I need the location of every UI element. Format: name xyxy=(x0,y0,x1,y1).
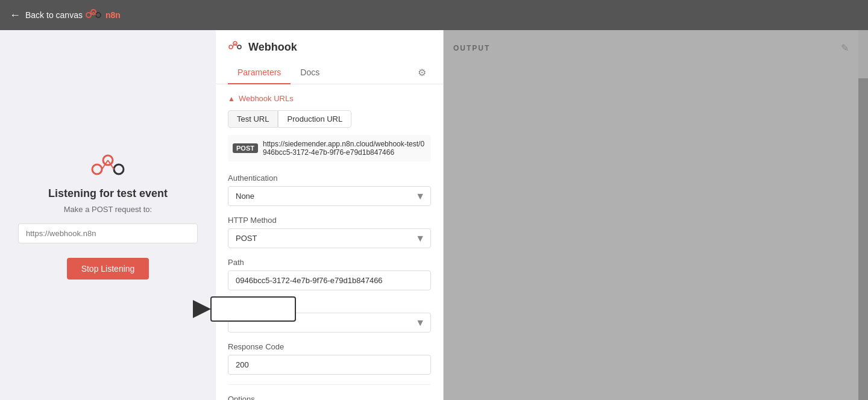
section-divider xyxy=(228,384,431,385)
svg-point-5 xyxy=(92,164,102,174)
options-title: Options xyxy=(228,395,431,400)
respond-select-wrapper: ▼ xyxy=(228,313,431,333)
http-method-label: HTTP Method xyxy=(228,216,431,225)
svg-point-0 xyxy=(86,13,91,17)
panel-content: ▲ Webhook URLs Test URL Production URL P… xyxy=(216,84,443,400)
webhook-urls-title: Webhook URLs xyxy=(239,94,294,103)
edit-icon-button[interactable]: ✎ xyxy=(841,42,849,54)
svg-point-7 xyxy=(114,164,124,174)
main-panel: Webhook Parameters Docs ⚙ ▲ Webhook URLs… xyxy=(216,30,444,400)
n8n-logo: n8n xyxy=(85,9,121,21)
settings-icon-button[interactable]: ⚙ xyxy=(413,62,431,83)
respond-field: Respond ▼ xyxy=(228,300,431,333)
back-arrow-icon: ← xyxy=(10,9,20,22)
left-panel: Listening for test event Make a POST req… xyxy=(0,30,216,400)
path-label: Path xyxy=(228,258,431,267)
panel-header: Webhook xyxy=(216,30,443,54)
output-header: OUTPUT ✎ xyxy=(444,30,858,66)
svg-point-2 xyxy=(96,13,101,17)
panel-title: Webhook xyxy=(248,41,297,54)
tab-parameters[interactable]: Parameters xyxy=(228,61,291,84)
test-url-tab[interactable]: Test URL xyxy=(228,110,278,128)
options-section: Options No properties xyxy=(228,395,431,400)
path-field: Path xyxy=(228,258,431,290)
listening-title: Listening for test event xyxy=(48,187,168,200)
post-badge: POST xyxy=(233,143,258,153)
listening-subtitle: Make a POST request to: xyxy=(64,205,152,214)
respond-select[interactable] xyxy=(228,313,431,333)
webhook-urls-section-header: ▲ Webhook URLs xyxy=(228,94,431,103)
webhook-url-text: https://siedemender.app.n8n.cloud/webhoo… xyxy=(263,140,426,157)
http-method-select[interactable]: POST xyxy=(228,228,431,248)
url-tabs: Test URL Production URL xyxy=(228,110,431,128)
response-code-field: Response Code xyxy=(228,342,431,375)
authentication-select[interactable]: None xyxy=(228,186,431,206)
back-label: Back to canvas xyxy=(25,10,83,20)
webhook-url-input[interactable] xyxy=(18,223,198,243)
scrollbar-thumb[interactable] xyxy=(858,30,868,78)
section-toggle-icon[interactable]: ▲ xyxy=(228,95,235,103)
n8n-logo-icon xyxy=(85,9,102,21)
webhook-title-icon xyxy=(228,40,242,54)
panel-tabs: Parameters Docs ⚙ xyxy=(216,61,443,84)
webhook-icon-large xyxy=(90,151,126,187)
http-method-field: HTTP Method POST ▼ xyxy=(228,216,431,248)
authentication-select-wrapper: None ▼ xyxy=(228,186,431,206)
path-input[interactable] xyxy=(228,270,431,290)
back-to-canvas-button[interactable]: ← Back to canvas xyxy=(10,9,83,22)
svg-point-12 xyxy=(229,45,233,49)
n8n-logo-text: n8n xyxy=(105,10,121,20)
webhook-url-row: POST https://siedemender.app.n8n.cloud/w… xyxy=(228,135,431,161)
production-url-tab[interactable]: Production URL xyxy=(278,110,351,128)
stop-listening-button[interactable]: Stop Listening xyxy=(67,258,149,280)
response-code-label: Response Code xyxy=(228,342,431,351)
tab-docs[interactable]: Docs xyxy=(291,61,329,84)
top-bar: ← Back to canvas n8n xyxy=(0,0,868,30)
output-panel: OUTPUT ✎ xyxy=(444,30,858,400)
svg-point-14 xyxy=(237,45,241,49)
authentication-label: Authentication xyxy=(228,173,431,183)
respond-label: Respond xyxy=(228,300,431,309)
http-method-select-wrapper: POST ▼ xyxy=(228,228,431,248)
response-code-input[interactable] xyxy=(228,355,431,375)
right-scrollbar[interactable] xyxy=(858,30,868,400)
authentication-field: Authentication None ▼ xyxy=(228,173,431,206)
output-title: OUTPUT xyxy=(453,44,490,52)
